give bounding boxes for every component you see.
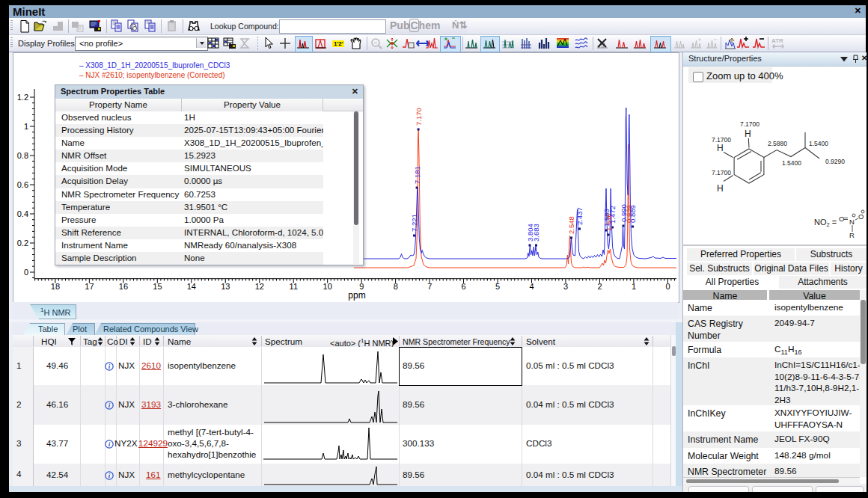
svg-text:– NJX #2610; isopentylbenzene: – NJX #2610; isopentylbenzene (Corrected… (79, 71, 225, 79)
svg-text:0: 0 (665, 282, 670, 291)
svg-text:14: 14 (187, 282, 196, 291)
svg-text:7.170: 7.170 (415, 108, 423, 126)
svg-text:1.2: 1.2 (17, 93, 28, 102)
svg-text:H: H (717, 143, 724, 153)
svg-text:0.889: 0.889 (629, 205, 637, 223)
svg-text:2.5880: 2.5880 (768, 140, 787, 147)
svg-text:1.472: 1.472 (608, 206, 617, 224)
svg-text:7.1700: 7.1700 (740, 120, 760, 128)
svg-text:0.4: 0.4 (17, 209, 28, 218)
svg-text:5: 5 (495, 282, 500, 291)
svg-text:4: 4 (530, 282, 534, 291)
svg-text:ATR: ATR (771, 37, 783, 44)
svg-text:17: 17 (85, 282, 94, 291)
svg-text:6: 6 (462, 282, 466, 291)
svg-text:12: 12 (255, 282, 264, 291)
svg-text:O: O (839, 215, 844, 223)
svg-text:7.221: 7.221 (410, 214, 418, 232)
svg-text:7.1700: 7.1700 (712, 136, 731, 144)
svg-text:8: 8 (394, 282, 398, 291)
svg-text:7: 7 (427, 282, 432, 291)
svg-text:16: 16 (119, 282, 128, 291)
svg-text:15: 15 (153, 282, 162, 291)
svg-text:3: 3 (563, 282, 568, 291)
svg-text:i: i (109, 402, 111, 409)
svg-text:1: 1 (632, 282, 636, 291)
svg-text:i: i (109, 363, 111, 370)
svg-text:1'2': 1'2' (334, 40, 343, 47)
svg-text:2.548: 2.548 (567, 216, 575, 234)
svg-text:O: O (858, 212, 864, 221)
svg-text:i: i (109, 472, 111, 479)
svg-text:3.683: 3.683 (532, 224, 540, 242)
svg-text:0.6: 0.6 (17, 180, 28, 189)
svg-text:ppm: ppm (348, 290, 365, 301)
svg-text:1: 1 (24, 122, 28, 131)
svg-text:7.1700: 7.1700 (712, 169, 731, 176)
svg-text:1.5400: 1.5400 (782, 159, 801, 167)
svg-text:NO2 =: NO2 = (814, 218, 837, 228)
svg-text:0: 0 (24, 268, 28, 277)
svg-text:N: N (849, 218, 855, 226)
svg-text:13: 13 (221, 282, 230, 291)
svg-text:2.437: 2.437 (575, 207, 584, 225)
svg-text:18: 18 (51, 282, 60, 291)
svg-text:0.8: 0.8 (17, 151, 28, 160)
svg-text:10: 10 (323, 282, 332, 291)
svg-text:2: 2 (597, 282, 602, 291)
svg-text:i: i (109, 440, 111, 448)
svg-text:R: R (849, 231, 855, 239)
svg-text:0.9290: 0.9290 (825, 158, 845, 165)
svg-text:H: H (745, 129, 751, 139)
svg-text:1.5400: 1.5400 (809, 140, 828, 147)
svg-text:0.2: 0.2 (17, 239, 28, 248)
svg-text:7.181: 7.181 (413, 166, 421, 184)
svg-text:11: 11 (290, 282, 298, 291)
svg-text:– X308_1D_1H_20200515_Ibuprofe: – X308_1D_1H_20200515_Ibuprofen_CDCl3 (79, 61, 230, 70)
svg-text:H: H (717, 183, 724, 194)
